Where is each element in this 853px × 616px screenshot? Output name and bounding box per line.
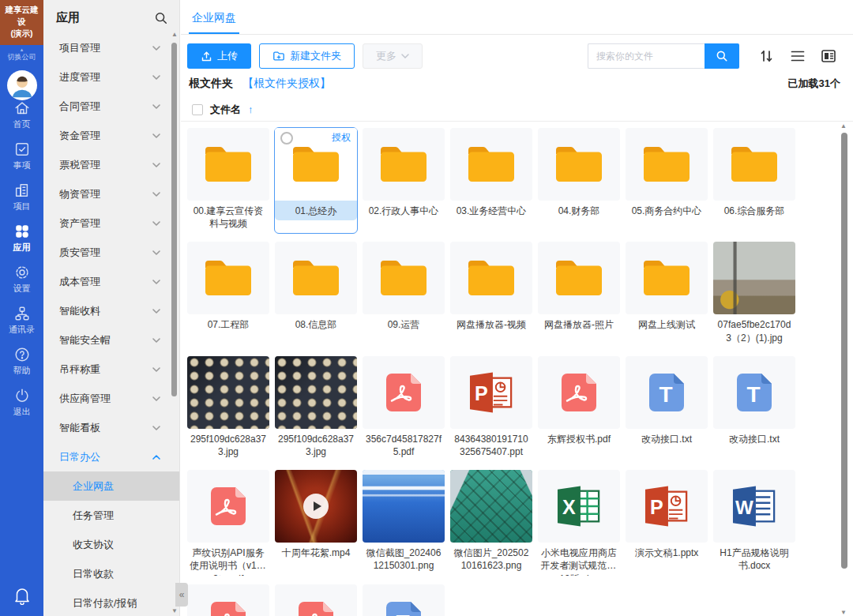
folder-card[interactable]: 04.财务部 <box>537 127 621 234</box>
rail-item-项目[interactable]: 项目 <box>0 182 43 212</box>
file-card[interactable]: 声纹识别API服务使用说明书（v1.1.3）.pdf <box>186 469 270 576</box>
rail-item-首页[interactable]: 首页 <box>0 100 43 130</box>
menu-item-成本管理[interactable]: 成本管理 <box>43 267 179 296</box>
authorize-badge[interactable]: 授权 <box>332 131 351 145</box>
file-card[interactable]: 微信图片_20250210161623.png <box>449 469 533 576</box>
select-all-checkbox[interactable] <box>192 104 203 115</box>
item-radio[interactable] <box>280 132 293 145</box>
submenu-item-日常付款/报销[interactable]: 日常付款/报销 <box>43 588 179 616</box>
rail-item-label: 应用 <box>13 242 31 254</box>
notification-bell-icon[interactable] <box>0 586 43 608</box>
folder-icon <box>378 257 429 299</box>
file-name: 03.业务经营中心 <box>450 201 532 220</box>
sort-icon[interactable] <box>758 47 776 65</box>
file-card[interactable] <box>186 584 270 616</box>
rail-item-事项[interactable]: 事项 <box>0 141 43 171</box>
svg-text:X: X <box>562 496 576 518</box>
menu-item-票税管理[interactable]: 票税管理 <box>43 150 179 179</box>
file-card[interactable]: P演示文稿1.pptx <box>625 469 708 576</box>
submenu-item-收支协议[interactable]: 收支协议 <box>43 530 179 559</box>
more-button[interactable]: 更多 <box>363 43 423 69</box>
new-folder-button[interactable]: 新建文件夹 <box>259 43 355 69</box>
menu-item-智能收料[interactable]: 智能收料 <box>43 296 179 325</box>
sort-ascending-icon[interactable]: ↑ <box>248 103 254 115</box>
menu-search-icon[interactable] <box>154 11 168 25</box>
switch-company-button[interactable]: ▴ 切换公司 <box>0 47 43 62</box>
scroll-up-icon[interactable]: ▲ <box>171 32 178 38</box>
file-card[interactable]: 295f109dc628a373.jpg <box>186 355 270 462</box>
app-logo[interactable]: 建享云建设 (演示) <box>0 0 43 45</box>
folder-card[interactable]: 02.行政人事中心 <box>362 127 445 234</box>
folder-card[interactable]: 09.运营 <box>362 241 445 347</box>
menu-item-质安管理[interactable]: 质安管理 <box>43 238 179 267</box>
scroll-down-icon[interactable]: ▼ <box>840 610 847 616</box>
column-filename[interactable]: 文件名 <box>210 103 241 117</box>
file-card[interactable]: 07fae5fbe2c170d3（2）(1).jpg <box>712 241 796 347</box>
folder-card[interactable]: 07.工程部 <box>186 241 270 347</box>
logo-line1: 建享云建设 <box>2 4 42 28</box>
file-card[interactable]: T <box>362 584 445 616</box>
folder-card[interactable]: 05.商务合约中心 <box>625 127 708 234</box>
rail-item-设置[interactable]: 设置 <box>0 264 43 295</box>
file-card[interactable]: 十周年花絮.mp4 <box>274 469 358 576</box>
word-file-icon: W <box>730 484 779 528</box>
folder-card[interactable]: 06.综合服务部 <box>712 127 796 234</box>
menu-item-资金管理[interactable]: 资金管理 <box>43 121 179 150</box>
rail-item-帮助[interactable]: 帮助 <box>0 346 43 377</box>
scroll-up-icon[interactable]: ▲ <box>840 123 847 130</box>
search-button[interactable] <box>705 43 739 69</box>
scroll-down-icon[interactable]: ▼ <box>171 608 178 614</box>
submenu-item-任务管理[interactable]: 任务管理 <box>43 501 179 530</box>
content-scrollbar[interactable]: ▲ ▼ <box>840 122 849 616</box>
file-name: 网盘播放器-照片 <box>538 314 620 334</box>
folder-card[interactable]: 03.业务经营中心 <box>449 127 533 234</box>
folder-card[interactable]: 网盘播放器-视频 <box>449 241 533 347</box>
avatar[interactable] <box>7 70 37 100</box>
file-card[interactable]: P84364380191710325675407.ppt <box>449 355 533 462</box>
detail-view-icon[interactable] <box>820 47 837 65</box>
file-card[interactable]: 微信截图_20240612150301.png <box>362 469 445 576</box>
menu-item-智能看板[interactable]: 智能看板 <box>43 413 179 442</box>
rail-item-通讯录[interactable]: 通讯录 <box>0 305 43 336</box>
folder-card[interactable]: 授权 01.总经办 <box>274 127 358 234</box>
menu-item-日常办公[interactable]: 日常办公 <box>43 442 179 471</box>
list-view-icon[interactable] <box>789 47 806 65</box>
rail-item-退出[interactable]: 退出 <box>0 387 43 418</box>
menu-item-项目管理[interactable]: 项目管理 <box>43 33 179 62</box>
rail-item-label: 首页 <box>13 118 31 130</box>
menu-scrollbar[interactable]: ▲ ▼ <box>171 32 178 614</box>
menu-item-吊秤称重[interactable]: 吊秤称重 <box>43 355 179 384</box>
content-scrollbar-thumb[interactable] <box>841 133 847 569</box>
menu-item-物资管理[interactable]: 物资管理 <box>43 179 179 208</box>
search-input[interactable] <box>588 43 705 69</box>
collapse-sidebar-button[interactable]: « <box>175 583 188 607</box>
submenu-item-日常收款[interactable]: 日常收款 <box>43 559 179 588</box>
rail-item-应用[interactable]: 应用 <box>0 223 43 254</box>
file-card[interactable]: 295f109dc628a373.jpg <box>274 355 358 462</box>
file-card[interactable]: 356c7d45817827f5.pdf <box>362 355 445 462</box>
root-authorize-link[interactable]: 【根文件夹授权】 <box>242 77 331 91</box>
upload-button[interactable]: 上传 <box>187 43 251 69</box>
submenu-item-企业网盘[interactable]: 企业网盘 <box>43 471 179 501</box>
file-name: 微信图片_20250210161623.png <box>450 543 532 575</box>
menu-item-供应商管理[interactable]: 供应商管理 <box>43 384 179 413</box>
folder-icon <box>203 144 254 185</box>
menu-scrollbar-thumb[interactable] <box>171 43 177 396</box>
file-card[interactable]: T改动接口.txt <box>625 355 708 462</box>
menu-item-智能安全帽[interactable]: 智能安全帽 <box>43 325 179 355</box>
play-icon[interactable] <box>303 494 329 519</box>
menu-item-进度管理[interactable]: 进度管理 <box>43 62 179 92</box>
menu-item-资产管理[interactable]: 资产管理 <box>43 208 179 238</box>
folder-card[interactable]: 00.建享云宣传资料与视频 <box>186 127 270 234</box>
rail-item-label: 帮助 <box>13 365 31 377</box>
folder-card[interactable]: 网盘上线测试 <box>625 241 708 347</box>
file-card[interactable] <box>274 584 358 616</box>
menu-item-合同管理[interactable]: 合同管理 <box>43 92 179 121</box>
folder-card[interactable]: 08.信息部 <box>274 241 358 347</box>
file-card[interactable]: WH1产品规格说明书.docx <box>712 469 796 576</box>
file-card[interactable]: X小米电视应用商店开发者测试规范2019版.xlsx <box>537 469 621 576</box>
file-card[interactable]: 东辉授权书.pdf <box>537 355 621 462</box>
folder-card[interactable]: 网盘播放器-照片 <box>537 241 621 347</box>
file-card[interactable]: T改动接口.txt <box>712 355 796 462</box>
tab-enterprise-disk[interactable]: 企业网盘 <box>189 2 239 34</box>
